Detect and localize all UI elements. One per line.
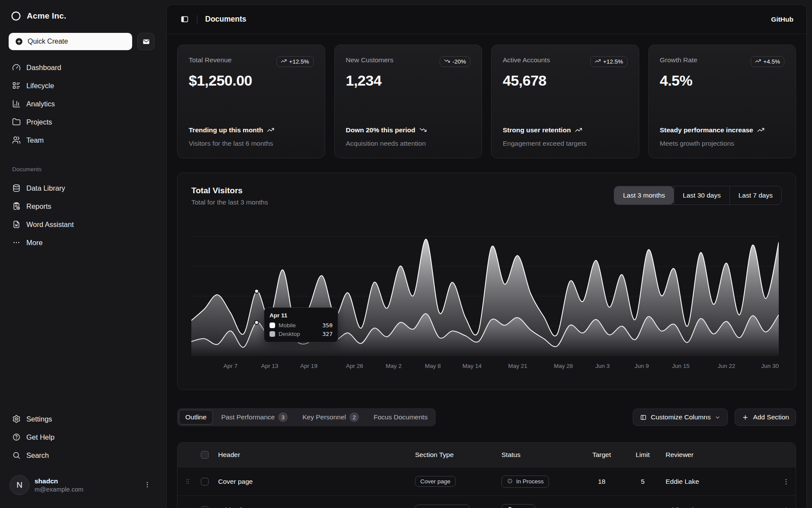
stat-card: Total Revenue+12.5%$1,250.00Trending up … [177,45,325,158]
tab-focus-documents[interactable]: Focus Documents [367,410,434,425]
sidebar-nav-documents: Data LibraryReportsWord AssistantMore [7,179,156,252]
range-option-last-3-months[interactable]: Last 3 months [614,186,673,204]
sidebar-item-label: Data Library [26,184,65,192]
sidebar-item-data-library[interactable]: Data Library [7,179,156,197]
main-panel: Documents GitHub Total Revenue+12.5%$1,2… [166,4,807,508]
sidebar-item-label: Analytics [26,100,55,108]
stat-card: Growth Rate+4.5%4.5%Steady performance i… [648,45,796,158]
database-icon [12,184,21,192]
row-menu-button[interactable] [780,476,792,487]
search-icon [12,451,21,460]
row-menu-button[interactable] [780,505,792,508]
stat-card-label: Total Revenue [189,56,232,64]
tab-outline[interactable]: Outline [179,410,213,425]
stat-card-footer-title: Trending up this month [189,125,314,136]
sidebar-item-dashboard[interactable]: Dashboard [7,59,156,76]
help-icon [12,433,21,441]
github-link[interactable]: GitHub [771,16,793,23]
row-header-label: Cover page [218,478,253,486]
svg-text:Jun 30: Jun 30 [761,363,779,369]
trend-up-icon [757,125,764,136]
stat-cards-row: Total Revenue+12.5%$1,250.00Trending up … [177,45,796,158]
limit-value: 24 [623,506,662,508]
sidebar-item-analytics[interactable]: Analytics [7,95,156,112]
sidebar-item-label: Lifecycle [26,82,54,90]
svg-text:Jun 22: Jun 22 [718,363,736,369]
circle-check-icon [507,506,513,508]
chart-title: Total Visitors [191,186,268,195]
trend-badge: +12.5% [590,56,627,67]
sidebar-item-team[interactable]: Team [7,131,156,149]
sidebar-item-get-help[interactable]: Get Help [7,428,156,446]
sidebar-item-label: Search [26,451,49,460]
user-options-button[interactable] [141,478,154,492]
target-value: 18 [580,478,623,486]
report-icon [12,202,21,211]
sidebar-item-settings[interactable]: Settings [7,410,156,428]
sidebar-item-word-assistant[interactable]: Word Assistant [7,216,156,233]
table-row[interactable]: Cover pageCover pageIn Process185Eddie L… [178,467,796,495]
tab-key-personnel[interactable]: Key Personnel2 [296,410,365,425]
stat-card-label: New Customers [346,56,393,64]
sidebar: Acme Inc. Quick Create DashboardLifecycl… [0,0,163,508]
sidebar-toggle-button[interactable] [177,12,192,27]
row-header-label: Table of contents [218,506,269,508]
series-label: Mobile [279,322,296,329]
sidebar-item-label: Get Help [26,433,54,441]
inbox-button[interactable] [137,33,155,50]
quick-create-button[interactable]: Quick Create [9,33,132,50]
ellipsis-vertical-icon [143,481,151,489]
status-badge: In Process [501,476,549,488]
svg-text:May 2: May 2 [386,363,402,369]
trend-badge: -20% [440,56,470,67]
sidebar-item-label: Projects [26,118,52,126]
org-header[interactable]: Acme Inc. [7,8,156,22]
stat-card-label: Growth Rate [660,56,698,64]
range-option-last-30-days[interactable]: Last 30 days [674,186,730,204]
tab-count-badge: 3 [278,412,288,422]
stat-card-footer-sub: Meets growth projections [660,140,785,147]
user-menu-row[interactable]: N shadcn m@example.com [7,472,156,498]
svg-text:Jun 9: Jun 9 [634,363,649,369]
add-section-button[interactable]: Add Section [735,409,796,426]
table-header-row: HeaderSection TypeStatusTargetLimitRevie… [178,443,796,467]
svg-text:Apr 26: Apr 26 [346,363,363,369]
range-option-last-7-days[interactable]: Last 7 days [730,186,781,204]
reviewer-name: Eddie Lake [662,478,774,486]
row-checkbox[interactable] [201,478,209,486]
area-chart[interactable]: Apr 7Apr 13Apr 19Apr 26May 2May 8May 14M… [191,230,782,373]
trend-down-icon [419,125,427,136]
active-dot-total [255,289,259,293]
tooltip-series-row: Desktop327 [270,331,333,337]
tab-past-performance[interactable]: Past Performance3 [215,410,294,425]
column-header-status: Status [498,451,580,459]
active-dot-mobile [255,320,259,324]
drag-handle-icon[interactable] [181,478,194,485]
sidebar-item-label: Word Assistant [26,220,74,229]
customize-columns-button[interactable]: Customize Columns [633,409,728,426]
sidebar-item-lifecycle[interactable]: Lifecycle [7,77,156,94]
stat-card-footer-sub: Engagement exceed targets [503,140,628,147]
svg-text:Apr 7: Apr 7 [224,363,238,369]
trend-up-icon [267,125,274,136]
stat-card-footer-title: Steady performance increase [660,125,785,136]
folder-icon [12,118,21,126]
sidebar-item-reports[interactable]: Reports [7,198,156,215]
table-row[interactable]: Table of contentsTable of contentsDone29… [178,495,796,508]
sidebar-item-more[interactable]: More [7,234,156,251]
trend-up-icon [281,58,287,65]
stat-card-footer-sub: Acquisition needs attention [346,140,471,147]
sidebar-item-search[interactable]: Search [7,447,156,464]
sidebar-item-projects[interactable]: Projects [7,113,156,131]
stat-card-footer-sub: Visitors for the last 6 months [189,140,314,147]
visitors-area-chart-svg: Apr 7Apr 13Apr 19Apr 26May 2May 8May 14M… [191,230,779,371]
select-all-checkbox[interactable] [201,451,209,459]
svg-text:May 14: May 14 [463,363,482,369]
sidebar-section-label: Documents [12,166,151,173]
row-checkbox[interactable] [201,506,209,508]
sidebar-item-label: Dashboard [26,64,61,72]
loader-icon [507,478,513,486]
stat-card-value: 4.5% [660,72,785,89]
limit-value: 5 [623,478,662,486]
section-type-badge: Cover page [415,476,456,487]
